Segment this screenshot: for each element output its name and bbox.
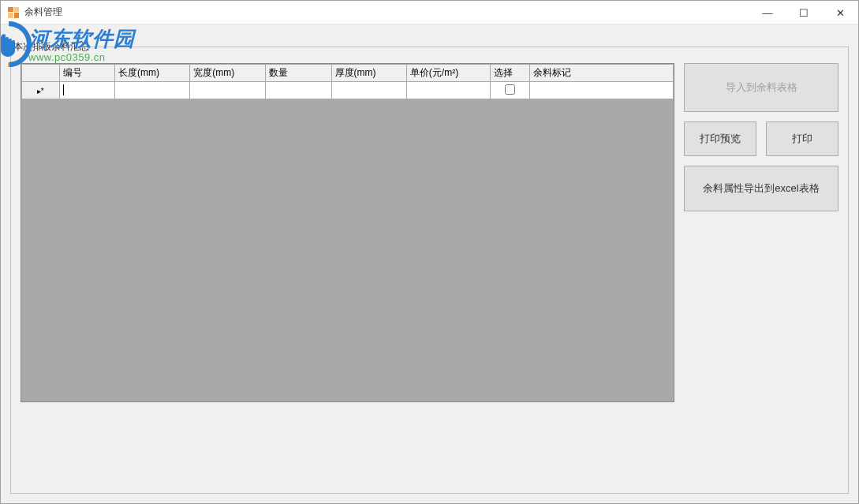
row-header-corner[interactable] [22, 65, 60, 82]
col-header-thickness[interactable]: 厚度(mm) [331, 65, 406, 82]
col-header-length[interactable]: 长度(mm) [114, 65, 189, 82]
col-header-price[interactable]: 单价(元/m²) [406, 65, 491, 82]
section-label: 本次排版余料汇总 [13, 40, 89, 54]
close-button[interactable]: ✕ [822, 1, 858, 24]
col-header-mark[interactable]: 余料标记 [530, 65, 674, 82]
window-frame: 余料管理 — ☐ ✕ 河东软件园 www.pc0359.cn [0, 0, 859, 504]
titlebar[interactable]: 余料管理 — ☐ ✕ [1, 1, 858, 24]
minimize-button[interactable]: — [749, 1, 786, 24]
cell-width[interactable] [190, 82, 265, 99]
maximize-button[interactable]: ☐ [786, 1, 822, 24]
select-checkbox[interactable] [505, 84, 515, 95]
col-header-select[interactable]: 选择 [491, 65, 530, 82]
cell-thickness[interactable] [331, 82, 406, 99]
cell-select[interactable] [491, 82, 530, 99]
cell-length[interactable] [114, 82, 189, 99]
content-area: 河东软件园 www.pc0359.cn 本次排版余料汇总 编号 长度(mm) [1, 24, 858, 503]
app-icon [7, 6, 20, 19]
titlebar-left: 余料管理 [1, 6, 62, 19]
groupbox: 编号 长度(mm) 宽度(mm) 数量 厚度(mm) 单价(元/m²) 选择 余… [10, 47, 849, 494]
print-preview-button[interactable]: 打印预览 [684, 121, 756, 156]
export-excel-button[interactable]: 余料属性导出到excel表格 [684, 166, 838, 211]
cell-id[interactable] [59, 82, 114, 99]
cell-price[interactable] [406, 82, 491, 99]
side-button-panel: 导入到余料表格 打印预览 打印 余料属性导出到excel表格 [684, 63, 838, 483]
cell-quantity[interactable] [265, 82, 331, 99]
print-button[interactable]: 打印 [766, 121, 838, 156]
cell-mark[interactable] [530, 82, 674, 99]
data-grid[interactable]: 编号 长度(mm) 宽度(mm) 数量 厚度(mm) 单价(元/m²) 选择 余… [21, 63, 674, 402]
new-row-indicator[interactable]: ▸* [22, 82, 60, 99]
table-new-row[interactable]: ▸* [22, 82, 674, 99]
col-header-id[interactable]: 编号 [59, 65, 114, 82]
col-header-quantity[interactable]: 数量 [265, 65, 331, 82]
window-controls: — ☐ ✕ [749, 1, 858, 24]
window-title: 余料管理 [24, 6, 62, 19]
col-header-width[interactable]: 宽度(mm) [190, 65, 265, 82]
table-header-row: 编号 长度(mm) 宽度(mm) 数量 厚度(mm) 单价(元/m²) 选择 余… [22, 65, 674, 82]
import-button[interactable]: 导入到余料表格 [684, 63, 838, 112]
